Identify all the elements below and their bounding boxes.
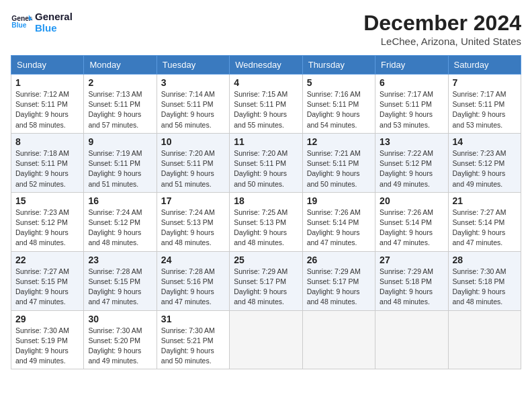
day-number: 20 <box>380 195 443 206</box>
day-cell: 9Sunrise: 7:19 AMSunset: 5:11 PMDaylight… <box>84 133 157 192</box>
day-cell: 28Sunrise: 7:30 AMSunset: 5:18 PMDayligh… <box>448 251 521 310</box>
day-cell: 5Sunrise: 7:16 AMSunset: 5:11 PMDaylight… <box>302 75 375 134</box>
day-cell: 20Sunrise: 7:26 AMSunset: 5:14 PMDayligh… <box>375 192 448 251</box>
day-info: Sunrise: 7:12 AMSunset: 5:11 PMDaylight:… <box>15 89 79 130</box>
day-cell: 6Sunrise: 7:17 AMSunset: 5:11 PMDaylight… <box>375 75 448 134</box>
svg-text:Blue: Blue <box>11 21 26 29</box>
day-info: Sunrise: 7:20 AMSunset: 5:11 PMDaylight:… <box>234 148 298 189</box>
day-info: Sunrise: 7:20 AMSunset: 5:11 PMDaylight:… <box>161 148 225 189</box>
day-info: Sunrise: 7:29 AMSunset: 5:18 PMDaylight:… <box>380 267 443 308</box>
day-number: 18 <box>234 195 298 206</box>
day-cell: 2Sunrise: 7:13 AMSunset: 5:11 PMDaylight… <box>84 75 157 134</box>
day-number: 31 <box>161 314 225 324</box>
day-number: 12 <box>307 136 371 147</box>
day-cell: 11Sunrise: 7:20 AMSunset: 5:11 PMDayligh… <box>230 133 302 192</box>
logo-line2: Blue <box>35 22 73 34</box>
day-cell <box>448 310 521 369</box>
day-info: Sunrise: 7:16 AMSunset: 5:11 PMDaylight:… <box>307 89 371 130</box>
day-number: 15 <box>15 195 79 206</box>
day-number: 29 <box>15 314 79 324</box>
weekday-header-tuesday: Tuesday <box>157 56 229 75</box>
day-number: 4 <box>234 77 298 88</box>
day-info: Sunrise: 7:21 AMSunset: 5:11 PMDaylight:… <box>307 148 371 189</box>
day-info: Sunrise: 7:14 AMSunset: 5:11 PMDaylight:… <box>161 89 225 130</box>
day-number: 23 <box>88 255 152 265</box>
weekday-header-monday: Monday <box>84 56 157 75</box>
day-cell: 23Sunrise: 7:28 AMSunset: 5:15 PMDayligh… <box>84 251 157 310</box>
day-number: 3 <box>161 77 225 88</box>
day-number: 14 <box>453 136 517 147</box>
day-cell: 27Sunrise: 7:29 AMSunset: 5:18 PMDayligh… <box>375 251 448 310</box>
day-number: 2 <box>88 77 152 88</box>
day-number: 24 <box>161 255 225 265</box>
day-cell: 30Sunrise: 7:30 AMSunset: 5:20 PMDayligh… <box>84 310 157 369</box>
title-block: December 2024 LeChee, Arizona, United St… <box>363 11 521 47</box>
day-cell: 16Sunrise: 7:24 AMSunset: 5:12 PMDayligh… <box>84 192 157 251</box>
day-number: 28 <box>453 255 517 265</box>
day-info: Sunrise: 7:30 AMSunset: 5:20 PMDaylight:… <box>88 326 152 367</box>
week-row-2: 8Sunrise: 7:18 AMSunset: 5:11 PMDaylight… <box>11 133 521 192</box>
weekday-header-thursday: Thursday <box>302 56 375 75</box>
day-number: 5 <box>307 77 371 88</box>
day-cell: 15Sunrise: 7:23 AMSunset: 5:12 PMDayligh… <box>11 192 84 251</box>
month-title: December 2024 <box>363 11 521 36</box>
day-number: 21 <box>453 195 517 206</box>
day-info: Sunrise: 7:17 AMSunset: 5:11 PMDaylight:… <box>380 89 443 130</box>
day-number: 10 <box>161 136 225 147</box>
day-number: 30 <box>88 314 152 324</box>
day-cell: 12Sunrise: 7:21 AMSunset: 5:11 PMDayligh… <box>302 133 375 192</box>
day-info: Sunrise: 7:19 AMSunset: 5:11 PMDaylight:… <box>88 148 152 189</box>
day-cell: 14Sunrise: 7:23 AMSunset: 5:12 PMDayligh… <box>448 133 521 192</box>
day-number: 25 <box>234 255 298 265</box>
day-cell: 24Sunrise: 7:28 AMSunset: 5:16 PMDayligh… <box>157 251 229 310</box>
day-number: 11 <box>234 136 298 147</box>
day-number: 9 <box>88 136 152 147</box>
day-number: 19 <box>307 195 371 206</box>
day-info: Sunrise: 7:27 AMSunset: 5:15 PMDaylight:… <box>15 267 79 308</box>
day-number: 1 <box>15 77 79 88</box>
day-info: Sunrise: 7:17 AMSunset: 5:11 PMDaylight:… <box>453 89 517 130</box>
day-number: 7 <box>453 77 517 88</box>
day-info: Sunrise: 7:29 AMSunset: 5:17 PMDaylight:… <box>234 267 298 308</box>
day-info: Sunrise: 7:30 AMSunset: 5:18 PMDaylight:… <box>453 267 517 308</box>
day-info: Sunrise: 7:27 AMSunset: 5:14 PMDaylight:… <box>453 208 517 248</box>
day-info: Sunrise: 7:13 AMSunset: 5:11 PMDaylight:… <box>88 89 152 130</box>
day-info: Sunrise: 7:28 AMSunset: 5:15 PMDaylight:… <box>88 267 152 308</box>
day-cell: 18Sunrise: 7:25 AMSunset: 5:13 PMDayligh… <box>230 192 302 251</box>
day-cell: 31Sunrise: 7:30 AMSunset: 5:21 PMDayligh… <box>157 310 229 369</box>
day-cell <box>230 310 302 369</box>
day-number: 26 <box>307 255 371 265</box>
day-info: Sunrise: 7:18 AMSunset: 5:11 PMDaylight:… <box>15 148 79 189</box>
day-cell <box>375 310 448 369</box>
day-cell: 25Sunrise: 7:29 AMSunset: 5:17 PMDayligh… <box>230 251 302 310</box>
week-row-3: 15Sunrise: 7:23 AMSunset: 5:12 PMDayligh… <box>11 192 521 251</box>
day-cell: 19Sunrise: 7:26 AMSunset: 5:14 PMDayligh… <box>302 192 375 251</box>
day-info: Sunrise: 7:26 AMSunset: 5:14 PMDaylight:… <box>307 208 371 248</box>
day-info: Sunrise: 7:24 AMSunset: 5:13 PMDaylight:… <box>161 208 225 248</box>
day-number: 8 <box>15 136 79 147</box>
week-row-1: 1Sunrise: 7:12 AMSunset: 5:11 PMDaylight… <box>11 75 521 134</box>
day-cell: 8Sunrise: 7:18 AMSunset: 5:11 PMDaylight… <box>11 133 84 192</box>
weekday-header-wednesday: Wednesday <box>230 56 302 75</box>
day-info: Sunrise: 7:15 AMSunset: 5:11 PMDaylight:… <box>234 89 298 130</box>
day-cell: 7Sunrise: 7:17 AMSunset: 5:11 PMDaylight… <box>448 75 521 134</box>
day-info: Sunrise: 7:23 AMSunset: 5:12 PMDaylight:… <box>453 148 517 189</box>
day-cell: 13Sunrise: 7:22 AMSunset: 5:12 PMDayligh… <box>375 133 448 192</box>
day-number: 13 <box>380 136 443 147</box>
day-cell: 22Sunrise: 7:27 AMSunset: 5:15 PMDayligh… <box>11 251 84 310</box>
day-info: Sunrise: 7:26 AMSunset: 5:14 PMDaylight:… <box>380 208 443 248</box>
day-cell: 21Sunrise: 7:27 AMSunset: 5:14 PMDayligh… <box>448 192 521 251</box>
day-cell: 1Sunrise: 7:12 AMSunset: 5:11 PMDaylight… <box>11 75 84 134</box>
week-row-5: 29Sunrise: 7:30 AMSunset: 5:19 PMDayligh… <box>11 310 521 369</box>
day-info: Sunrise: 7:22 AMSunset: 5:12 PMDaylight:… <box>380 148 443 189</box>
weekday-header-friday: Friday <box>375 56 448 75</box>
day-number: 16 <box>88 195 152 206</box>
day-number: 27 <box>380 255 443 265</box>
day-info: Sunrise: 7:24 AMSunset: 5:12 PMDaylight:… <box>88 208 152 248</box>
logo-icon: General Blue <box>11 11 32 33</box>
day-cell: 10Sunrise: 7:20 AMSunset: 5:11 PMDayligh… <box>157 133 229 192</box>
day-number: 17 <box>161 195 225 206</box>
day-cell: 4Sunrise: 7:15 AMSunset: 5:11 PMDaylight… <box>230 75 302 134</box>
day-number: 22 <box>15 255 79 265</box>
day-cell <box>302 310 375 369</box>
